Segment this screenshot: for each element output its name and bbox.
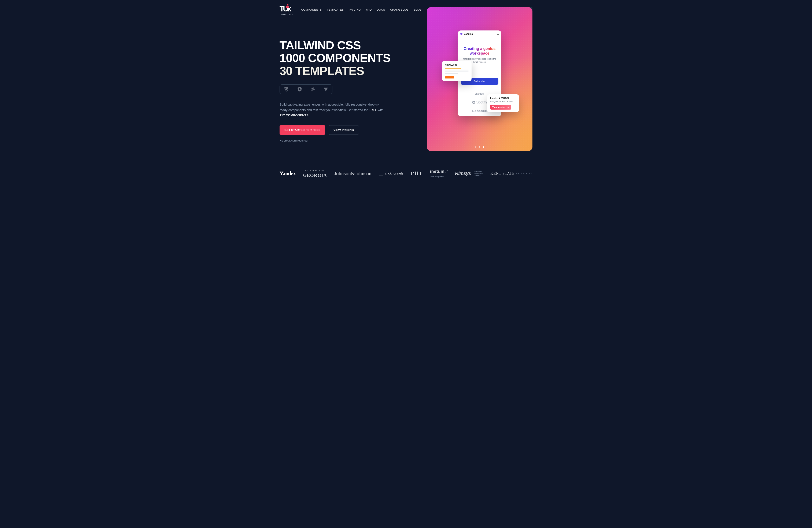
brand[interactable]: TUk Tailwind UI kit — [279, 5, 293, 16]
skeleton-line — [445, 71, 468, 72]
nav-components[interactable]: COMPONENTS — [301, 8, 322, 11]
preview-card: Candela Creating a genius workspace m te… — [427, 7, 533, 151]
brand-tagline: Tailwind UI kit — [279, 14, 293, 16]
brand-accent-bar — [286, 6, 289, 8]
hero-heading: TAILWIND CSS 1000 COMPONENTS 30 TEMPLATE… — [279, 39, 398, 77]
cta-view-pricing-button[interactable]: VIEW PRICING — [329, 125, 359, 135]
yandex-logo: Yandex — [279, 170, 295, 177]
behance-logo: Bēhance — [472, 109, 487, 113]
skeleton-line — [445, 73, 458, 74]
html5-icon[interactable] — [280, 85, 293, 94]
nav-changelog[interactable]: CHANGELOG — [390, 8, 408, 11]
vue-icon[interactable] — [319, 85, 332, 94]
skeleton-line — [445, 70, 468, 70]
nav-blog[interactable]: BLOG — [414, 8, 422, 11]
hero-line-3: 30 TEMPLATES — [279, 64, 364, 77]
cta-note: No credit card required — [279, 139, 398, 142]
arrow-right-icon — [507, 106, 509, 108]
hero-line-2: 1000 COMPONENTS — [279, 51, 391, 65]
invoice-title: Invoice # 35RD87 — [490, 97, 516, 99]
nav-links: COMPONENTS TEMPLATES PRICING FAQ DOCS CH… — [301, 5, 422, 11]
carousel-dot-3[interactable] — [483, 146, 484, 148]
react-icon[interactable] — [306, 85, 319, 94]
carousel-dots — [475, 146, 484, 148]
angular-icon[interactable] — [293, 85, 306, 94]
nav-docs[interactable]: DOCS — [377, 8, 385, 11]
clickfunnels-icon: ⌄ — [379, 171, 383, 176]
skeleton-button — [445, 76, 454, 79]
kent-state-logo: KENT STATE UNIVERSITY — [490, 172, 533, 175]
tech-icon-row — [279, 84, 332, 94]
invoice-card: Invoice # 35RD87 Assigned to: Josh Rolli… — [487, 94, 519, 112]
hamburger-icon[interactable] — [497, 33, 499, 35]
dribbble-logo: dribbbl — [475, 92, 484, 96]
nav-templates[interactable]: TEMPLATES — [327, 8, 344, 11]
brand-accent-dot — [287, 4, 288, 5]
client-logo-strip: Yandex UNIVERSITY OF GEORGIA Johnson&Joh… — [279, 169, 533, 178]
georgia-logo: UNIVERSITY OF GEORGIA — [303, 169, 327, 178]
nav-pricing[interactable]: PRICING — [349, 8, 361, 11]
invoice-assigned: Assigned to: Josh Rollins — [490, 100, 516, 103]
skeleton-line — [445, 68, 461, 69]
inetum-logo: inetum. Positive digital flow — [430, 169, 448, 178]
new-event-title: New Event — [445, 63, 468, 66]
preview-brand: Candela — [460, 32, 473, 35]
brand-logo-text: TUk — [279, 4, 290, 13]
hero-line-1: TAILWIND CSS — [279, 39, 361, 52]
nav-faq[interactable]: FAQ — [366, 8, 372, 11]
rimsys-logo: Rimsys RegulatoryManagementSoftware — [455, 171, 483, 176]
cta-get-started-button[interactable]: GET STARTED FOR FREE — [279, 125, 325, 135]
spotify-logo: Spotify — [472, 100, 487, 104]
preview-hero-title: Creating a genius workspace — [462, 46, 497, 56]
mit-logo: I'liT — [411, 171, 423, 176]
svg-point-0 — [312, 89, 313, 90]
carousel-dot-2[interactable] — [479, 146, 480, 148]
spotify-icon — [472, 101, 475, 104]
new-event-card: New Event — [442, 61, 472, 81]
johnson-johnson-logo: Johnson&Johnson — [334, 171, 371, 176]
view-invoice-button[interactable]: View Invoice — [490, 105, 511, 110]
clickfunnels-logo: ⌄ click funnels — [379, 171, 404, 176]
preview-brand-dot-icon — [460, 33, 462, 35]
hero-description: Build captivating experiences with acces… — [279, 102, 385, 118]
carousel-dot-1[interactable] — [475, 146, 476, 148]
